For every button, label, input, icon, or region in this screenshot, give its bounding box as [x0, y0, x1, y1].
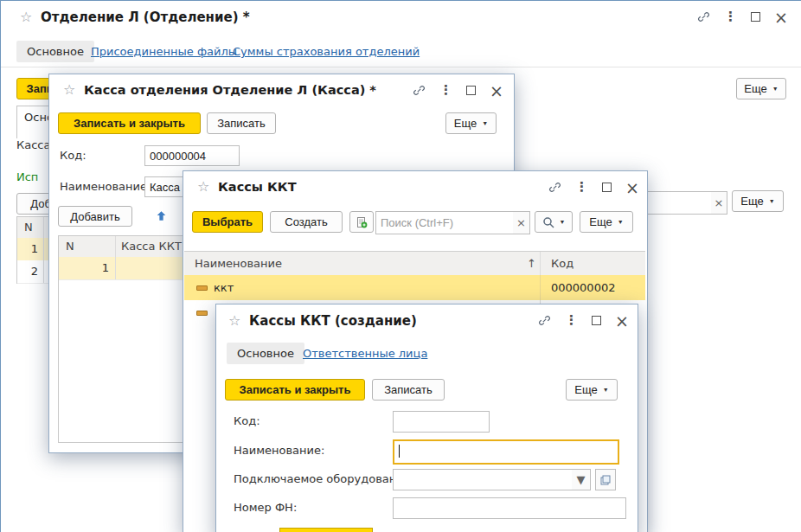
column-header-n[interactable]: N — [66, 240, 74, 253]
dialog-kkt-create: ☆ Кассы ККТ (создание) ⋮ × Основное Отве… — [215, 304, 638, 532]
more-button[interactable]: Еще ▼ — [566, 379, 618, 401]
table-row[interactable]: ккт 000000002 — [184, 275, 645, 301]
clear-search-icon[interactable]: × — [513, 211, 530, 234]
caret-down-icon: ▼ — [482, 120, 488, 126]
nav-tab-attached-files[interactable]: Присоединенные файлы — [91, 45, 237, 58]
maximize-icon[interactable] — [751, 12, 760, 22]
caret-down-icon: ▼ — [769, 198, 775, 204]
copy-button[interactable] — [349, 211, 374, 233]
select-button[interactable]: Выбрать — [192, 211, 263, 233]
nav-tab-main[interactable]: Основное — [16, 41, 94, 62]
close-icon[interactable]: × — [774, 12, 788, 22]
maximize-icon[interactable] — [466, 86, 476, 95]
favorite-star-icon[interactable]: ☆ — [228, 314, 240, 328]
window-controls: ⋮ × — [548, 181, 639, 194]
cell-code: 000000002 — [551, 281, 615, 294]
search-icon — [542, 216, 554, 228]
caret-down-icon: ▼ — [560, 219, 566, 225]
hidden-window-button-edge[interactable] — [279, 528, 373, 532]
green-group-label: Исп — [16, 170, 38, 183]
dialog-title: Касса отделения Отделение Л (Касса) * — [84, 83, 376, 97]
add-button[interactable]: Добавить — [58, 206, 132, 227]
caret-down-icon: ▼ — [577, 473, 586, 486]
more-button[interactable]: Еще ▼ — [580, 211, 633, 233]
more-menu-icon[interactable]: ⋮ — [724, 10, 737, 23]
column-header-kassa-kkt[interactable]: Касса ККТ — [121, 240, 182, 253]
more-button[interactable]: Еще ▼ — [445, 112, 497, 134]
window-controls: ⋮ × — [697, 10, 788, 23]
code-input[interactable] — [393, 411, 490, 433]
cell-n: 1 — [17, 242, 38, 255]
table-header-row: Наименование ↑ Код — [184, 252, 645, 276]
equipment-dropdown-button[interactable]: ▼ — [572, 469, 591, 490]
dialog-title-bar[interactable]: ☆ Кассы ККТ ⋮ × — [183, 171, 647, 202]
catalog-item-icon — [196, 311, 208, 316]
search-options-button[interactable]: ▼ — [535, 211, 573, 233]
column-header-n[interactable]: N — [24, 221, 33, 234]
column-divider — [43, 260, 44, 283]
dialog-title: Кассы ККТ (создание) — [249, 313, 417, 329]
favorite-star-icon[interactable]: ☆ — [197, 180, 209, 194]
equipment-open-button[interactable] — [595, 469, 616, 490]
cell-n: 1 — [59, 261, 109, 274]
sort-asc-icon: ↑ — [527, 257, 536, 270]
main-window-title: Отделение Л (Отделение) * — [41, 10, 250, 25]
column-divider — [115, 236, 116, 257]
text-cursor — [399, 445, 400, 458]
save-close-button[interactable]: Записать и закрыть — [58, 112, 201, 134]
code-input[interactable] — [144, 145, 240, 166]
clear-search-icon[interactable]: × — [711, 191, 727, 215]
save-button[interactable]: Записать — [207, 112, 276, 134]
tabbar-divider — [1, 67, 801, 67]
column-header-name[interactable]: Наименование — [195, 257, 282, 270]
move-up-icon[interactable] — [155, 209, 168, 222]
tab-main[interactable]: Основное — [227, 343, 304, 364]
copy-icon — [356, 216, 368, 228]
link-icon[interactable] — [697, 10, 710, 23]
save-button[interactable]: Записать — [372, 379, 445, 401]
equipment-input[interactable] — [393, 469, 583, 490]
code-label: Код: — [234, 414, 260, 427]
caret-down-icon: ▼ — [618, 219, 624, 225]
equipment-label: Подключаемое оборудование: — [234, 472, 414, 485]
dialog-title-bar[interactable]: ☆ Касса отделения Отделение Л (Касса) * … — [49, 74, 514, 106]
close-icon[interactable]: × — [490, 86, 503, 96]
dialog-title-bar[interactable]: ☆ Кассы ККТ (создание) ⋮ × — [216, 304, 638, 336]
window-controls: ⋮ × — [538, 314, 629, 327]
list-more-button[interactable]: Еще ▼ — [732, 190, 784, 212]
caret-down-icon: ▼ — [603, 387, 609, 393]
nav-tab-insurance-sums[interactable]: Суммы страхования отделений — [233, 45, 420, 58]
kassa-field-label: Касса — [16, 138, 50, 151]
more-menu-icon[interactable]: ⋮ — [565, 314, 578, 327]
name-input[interactable] — [393, 439, 619, 465]
cell-n: 2 — [17, 265, 38, 278]
main-title-bar[interactable]: ☆ Отделение Л (Отделение) * ⋮ × — [1, 1, 801, 34]
more-menu-icon[interactable]: ⋮ — [439, 84, 452, 97]
close-icon[interactable]: × — [615, 316, 629, 326]
code-label: Код: — [60, 149, 87, 162]
main-window: ☆ Отделение Л (Отделение) * ⋮ × Основное… — [0, 0, 801, 532]
tab-responsible-persons[interactable]: Ответственные лица — [303, 347, 427, 360]
maximize-icon[interactable] — [592, 316, 601, 325]
favorite-star-icon[interactable]: ☆ — [20, 10, 32, 24]
column-divider — [115, 257, 116, 279]
search-input[interactable] — [375, 211, 524, 234]
link-icon[interactable] — [413, 84, 426, 97]
column-header-code[interactable]: Код — [551, 257, 574, 270]
more-menu-icon[interactable]: ⋮ — [575, 181, 588, 194]
column-divider — [43, 238, 44, 260]
column-divider — [43, 217, 44, 238]
create-button[interactable]: Создать — [270, 211, 343, 233]
catalog-item-icon — [196, 285, 208, 291]
favorite-star-icon[interactable]: ☆ — [63, 83, 75, 97]
window-controls: ⋮ × — [413, 84, 503, 97]
close-icon[interactable]: × — [625, 183, 639, 193]
fn-number-input[interactable] — [393, 497, 626, 519]
more-button[interactable]: Еще ▼ — [736, 78, 786, 99]
column-divider — [540, 275, 541, 300]
link-icon[interactable] — [548, 181, 561, 194]
maximize-icon[interactable] — [602, 183, 612, 192]
save-close-button[interactable]: Записать и закрыть — [225, 379, 365, 401]
link-icon[interactable] — [538, 314, 551, 327]
caret-down-icon: ▼ — [772, 86, 779, 92]
